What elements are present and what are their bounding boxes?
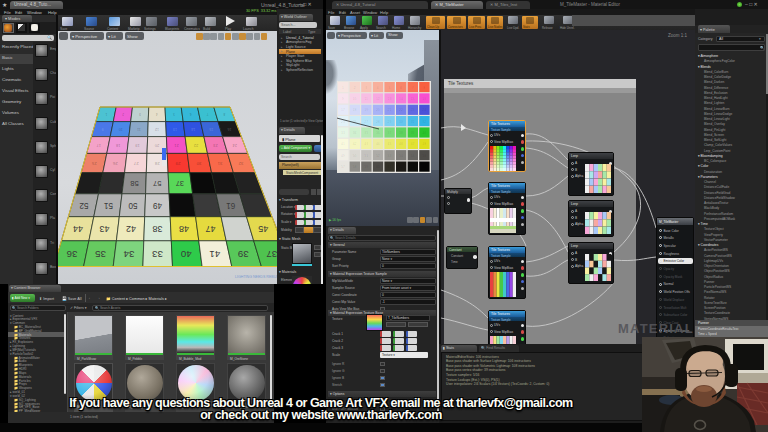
svg-text:5: 5: [388, 86, 390, 90]
svg-text:33: 33: [152, 249, 163, 260]
svg-text:19: 19: [364, 108, 368, 112]
svg-text:49: 49: [341, 154, 345, 158]
svg-text:43: 43: [100, 224, 110, 234]
svg-text:6: 6: [189, 112, 191, 116]
svg-text:54: 54: [399, 154, 403, 158]
svg-text:41: 41: [209, 249, 220, 260]
svg-text:27: 27: [133, 161, 138, 166]
svg-text:34: 34: [123, 249, 134, 260]
svg-text:18: 18: [115, 143, 120, 148]
svg-text:45: 45: [258, 224, 268, 234]
svg-text:24: 24: [422, 108, 426, 112]
svg-text:29: 29: [388, 120, 392, 124]
svg-text:11: 11: [364, 97, 368, 101]
svg-text:44: 44: [73, 224, 83, 234]
svg-text:32: 32: [238, 161, 243, 166]
svg-text:10: 10: [353, 97, 357, 101]
svg-text:45: 45: [388, 142, 392, 146]
svg-text:39: 39: [411, 131, 415, 135]
svg-text:14: 14: [399, 97, 403, 101]
svg-text:22: 22: [399, 108, 403, 112]
svg-text:40: 40: [180, 249, 191, 260]
svg-text:21: 21: [388, 108, 392, 112]
svg-text:14: 14: [191, 127, 195, 131]
svg-text:58: 58: [130, 179, 138, 188]
svg-text:9: 9: [102, 127, 104, 131]
svg-text:33: 33: [341, 131, 345, 135]
svg-text:2: 2: [122, 112, 124, 116]
svg-text:50: 50: [353, 154, 357, 158]
svg-text:38: 38: [399, 131, 403, 135]
svg-text:42: 42: [353, 142, 357, 146]
svg-text:25: 25: [91, 161, 96, 166]
svg-text:7: 7: [412, 86, 414, 90]
svg-text:57: 57: [153, 179, 161, 188]
svg-text:36: 36: [66, 249, 77, 260]
svg-text:15: 15: [209, 127, 213, 131]
svg-text:10: 10: [119, 127, 123, 131]
svg-text:30: 30: [196, 161, 201, 166]
svg-text:35: 35: [95, 249, 106, 260]
svg-text:60: 60: [376, 165, 380, 169]
svg-text:59: 59: [364, 165, 368, 169]
svg-text:48: 48: [422, 142, 426, 146]
svg-text:7: 7: [206, 112, 208, 116]
svg-text:22: 22: [193, 143, 198, 148]
svg-text:38: 38: [152, 224, 162, 234]
svg-text:17: 17: [96, 143, 101, 148]
svg-text:36: 36: [376, 131, 380, 135]
svg-text:53: 53: [388, 154, 392, 158]
svg-text:48: 48: [179, 224, 189, 234]
svg-text:20: 20: [376, 108, 380, 112]
svg-text:26: 26: [112, 161, 117, 166]
svg-text:13: 13: [173, 127, 177, 131]
svg-text:4: 4: [377, 86, 379, 90]
svg-text:61: 61: [388, 165, 392, 169]
svg-text:64: 64: [422, 165, 426, 169]
svg-text:5: 5: [173, 112, 175, 116]
svg-text:3: 3: [365, 86, 367, 90]
svg-text:47: 47: [411, 142, 415, 146]
svg-text:50: 50: [128, 201, 138, 210]
svg-text:19: 19: [135, 143, 140, 148]
svg-text:52: 52: [376, 154, 380, 158]
svg-text:37: 37: [176, 179, 184, 188]
svg-text:57: 57: [341, 165, 345, 169]
svg-text:17: 17: [341, 108, 345, 112]
svg-text:49: 49: [152, 201, 162, 210]
svg-text:44: 44: [376, 142, 380, 146]
svg-text:13: 13: [388, 97, 392, 101]
svg-text:6: 6: [400, 86, 402, 90]
svg-text:62: 62: [399, 165, 403, 169]
svg-text:16: 16: [422, 97, 426, 101]
svg-text:58: 58: [353, 165, 357, 169]
svg-text:55: 55: [411, 154, 415, 158]
svg-text:3: 3: [139, 112, 141, 116]
svg-text:31: 31: [217, 161, 222, 166]
svg-text:51: 51: [103, 201, 113, 210]
svg-text:2: 2: [354, 86, 356, 90]
svg-text:8: 8: [223, 112, 225, 116]
svg-text:12: 12: [155, 127, 159, 131]
svg-text:4: 4: [156, 112, 158, 116]
svg-text:41: 41: [341, 142, 345, 146]
svg-text:40: 40: [422, 131, 426, 135]
svg-text:28: 28: [154, 161, 159, 166]
svg-text:42: 42: [126, 224, 136, 234]
svg-text:56: 56: [422, 154, 426, 158]
svg-text:61: 61: [226, 201, 236, 210]
svg-text:23: 23: [411, 108, 415, 112]
svg-text:46: 46: [399, 142, 403, 146]
svg-text:39: 39: [238, 249, 249, 260]
svg-text:29: 29: [175, 161, 180, 166]
svg-text:9: 9: [342, 97, 344, 101]
svg-text:11: 11: [137, 127, 141, 131]
svg-text:8: 8: [423, 86, 425, 90]
svg-text:27: 27: [364, 120, 368, 124]
svg-text:43: 43: [364, 142, 368, 146]
svg-text:16: 16: [227, 127, 231, 131]
svg-text:1: 1: [342, 86, 344, 90]
svg-text:63: 63: [411, 165, 415, 169]
svg-text:18: 18: [353, 108, 357, 112]
svg-text:37: 37: [266, 249, 277, 260]
